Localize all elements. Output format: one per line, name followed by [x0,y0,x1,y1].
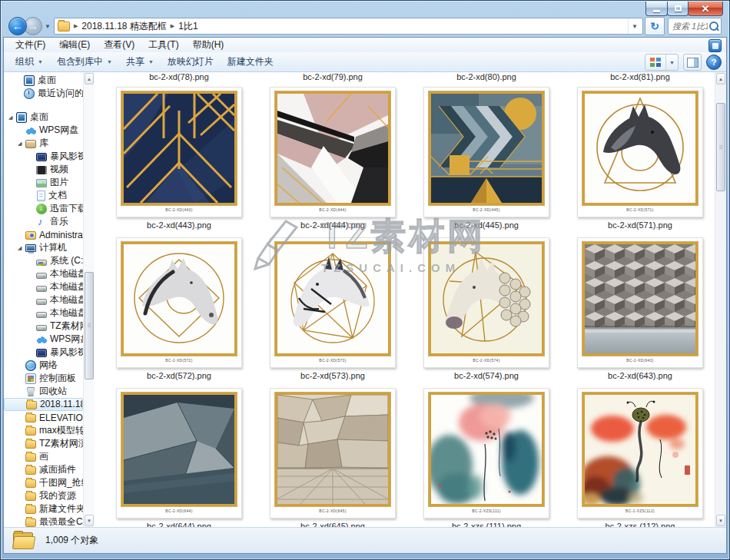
scroll-down-icon[interactable]: ▼ [85,515,94,526]
sidebar-item-plugin[interactable]: 减面插件 [4,463,83,476]
include-in-library-button[interactable]: 包含到库中▼ [50,53,119,71]
expander-icon[interactable]: ◢ [8,114,12,121]
sidebar-item-computer[interactable]: ◢计算机 [4,241,83,254]
plugin-icon[interactable] [708,39,722,52]
thumbnail-card[interactable]: BC-2-XD(645) [270,388,396,519]
sidebar-item-drive-e[interactable]: 本地磁盘 (E [4,280,83,293]
sidebar-item-tz-drive[interactable]: TZ素材网 ( [4,320,83,333]
scroll-up-icon[interactable]: ▲ [85,73,94,84]
file-name[interactable]: bc-2-xd(572).png [102,371,256,380]
file-item[interactable]: BC-2-XD(644) bc-2-xd(644).png [102,383,256,527]
sidebar-item-drive-c[interactable]: 系统 (C:) [4,254,83,267]
sidebar-item-elevation[interactable]: ELEVATION [4,411,83,424]
sidebar-item-control-panel[interactable]: 控制面板 [4,372,83,385]
refresh-button[interactable]: ↻ [645,17,665,35]
help-button[interactable]: ? [706,55,722,70]
file-name[interactable]: bc-2-xzs (111).png [410,522,563,527]
file-label[interactable]: bc-2-xd(80).png [410,72,563,82]
sidebar-item-network[interactable]: 网络 [4,359,83,372]
nav-history-dropdown-icon[interactable]: ▼ [45,23,51,30]
file-name[interactable]: bc-2-xd(444).png [256,220,410,230]
file-item[interactable]: BC-2-XZS(112) bc-2-xzs (112).png [563,383,715,527]
sidebar-item-desktop[interactable]: ◢桌面 [4,111,83,124]
file-item[interactable]: BC-2-XD(574) bc-2-xd(574).png [410,233,563,383]
sidebar-item-current-folder[interactable]: 2018.11.18 精 [4,398,83,411]
sidebar-item-new-folder[interactable]: 新建文件夹 [4,502,83,515]
thumbnail-card[interactable]: BC-2-XD(574) [423,237,549,368]
thumbnail-card[interactable]: BC-2-XD(445) [423,87,549,217]
search-input[interactable] [671,21,709,31]
scroll-up-icon[interactable]: ▲ [716,73,725,84]
file-item[interactable]: BC-2-XD(571) bc-2-xd(571).png [563,82,715,233]
file-item[interactable]: BC-2-XZS(111) bc-2-xzs (111).png [410,383,563,527]
thumbnail-card[interactable]: BC-2-XD(443) [116,87,242,217]
minimize-button[interactable] [645,2,668,16]
file-name[interactable]: bc-2-xzs (112).png [563,522,715,527]
sidebar-item-wps-cloud-2[interactable]: WPS网盘 [4,333,83,346]
menu-tools[interactable]: 工具(T) [141,38,185,51]
close-button[interactable]: ✕ [688,2,723,16]
thumbnail-card[interactable]: BC-2-XZS(112) [577,388,703,519]
file-name[interactable]: bc-2-xd(574).png [410,371,563,380]
expander-icon[interactable]: ◢ [18,245,22,251]
thumbnail-card[interactable]: BC-2-XD(573) [270,237,396,368]
file-name[interactable]: bc-2-xd(571).png [563,220,715,230]
sidebar-scrollbar[interactable]: ▲ ▼ [83,72,95,527]
sidebar-item-video-library[interactable]: 暴风影视库 [4,150,83,163]
thumbnail-card[interactable]: BC-2-XD(444) [270,87,396,217]
file-item[interactable]: BC-2-XD(445) bc-2-xd(445).png [410,82,563,233]
file-label[interactable]: bc-2-xd(81).png [563,72,715,82]
file-name[interactable]: bc-2-xd(643).png [563,371,715,380]
file-name[interactable]: bc-2-xd(443).png [102,220,256,230]
menu-help[interactable]: 帮助(H) [186,38,231,51]
menu-file[interactable]: 文件(F) [8,38,52,51]
sidebar-item-video-library-2[interactable]: 暴风影视库 [4,346,83,359]
sidebar-item-thunder-download[interactable]: 迅雷下载 [4,202,83,215]
file-item[interactable]: BC-2-XD(444) bc-2-xd(444).png [256,82,410,233]
address-bar[interactable]: ▶ 2018.11.18 精选配框 ▶ 1比1 ▼ [54,18,643,35]
sidebar-item-drive-d[interactable]: 本地磁盘 (D [4,267,83,280]
file-label[interactable]: bc-2-xd(79).png [256,72,410,82]
menu-view[interactable]: 查看(V) [97,38,141,51]
file-item[interactable]: BC-2-XD(572) bc-2-xd(572).png [102,233,256,383]
sidebar-item-desktop-favorite[interactable]: 桌面 [4,74,83,87]
sidebar-item-max-model[interactable]: max模型转S [4,424,83,437]
sidebar-item-drive-g[interactable]: 本地磁盘 (G [4,307,83,320]
thumbnail-card[interactable]: BC-2-XD(572) [116,237,242,368]
menu-edit[interactable]: 编辑(E) [52,38,97,51]
file-item[interactable]: BC-2-XD(645) bc-2-xd(645).png [256,383,410,527]
scrollbar-thumb[interactable] [85,272,94,379]
sidebar-item-recycle-bin[interactable]: 回收站 [4,385,83,398]
maximize-button[interactable] [667,2,689,16]
views-button[interactable]: ▼ [645,54,679,71]
breadcrumb-segment[interactable]: 1比1 [178,20,197,33]
sidebar-item-qiantu[interactable]: 千图网_抢红 [4,476,83,489]
expander-icon[interactable]: ◢ [18,141,22,147]
sidebar-item-documents[interactable]: 文档 [4,189,83,202]
content-scrollbar[interactable]: ▲ ▼ [715,72,726,527]
sidebar-item-tz-demo[interactable]: TZ素材网演示 [4,437,83,450]
file-name[interactable]: bc-2-xd(573).png [256,371,410,380]
file-item[interactable]: BC-2-XD(573) bc-2-xd(573).png [256,233,410,383]
sidebar-item-pictures[interactable]: 图片 [4,176,83,189]
file-item[interactable]: BC-2-XD(443) bc-2-xd(443).png [102,82,256,233]
sidebar-item-recent-places[interactable]: 最近访问的位 [4,87,83,100]
breadcrumb-segment[interactable]: 2018.11.18 精选配框 [81,20,167,33]
file-label[interactable]: bc-2-xd(78).png [102,72,256,82]
slideshow-button[interactable]: 放映幻灯片 [161,53,221,71]
file-name[interactable]: bc-2-xd(445).png [410,220,563,230]
sidebar-item-administrator[interactable]: Administrator [4,228,83,241]
views-dropdown-icon[interactable]: ▼ [665,55,678,70]
sidebar-item-drive-f[interactable]: 本地磁盘 (F [4,293,83,307]
thumbnail-card[interactable]: BC-2-XD(571) [577,87,703,217]
thumbnail-card[interactable]: BC-2-XZS(111) [423,388,549,519]
scroll-down-icon[interactable]: ▼ [716,515,725,526]
sidebar-item-libraries[interactable]: ◢库 [4,137,83,150]
address-dropdown-icon[interactable]: ▼ [628,18,641,34]
file-item[interactable]: BC-2-XD(643) bc-2-xd(643).png [563,233,715,383]
sidebar-item-wps-cloud[interactable]: WPS网盘 [4,124,83,137]
scrollbar-thumb[interactable] [716,103,725,191]
file-name[interactable]: bc-2-xd(645).png [256,522,410,527]
file-name[interactable]: bc-2-xd(644).png [102,522,256,527]
sidebar-item-hua[interactable]: 画 [4,450,83,463]
